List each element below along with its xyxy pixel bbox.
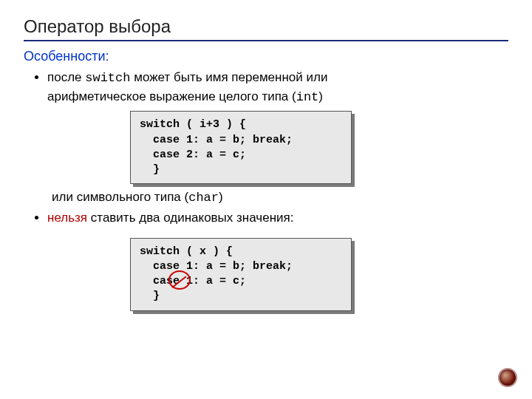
code-content: switch ( i+3 ) { case 1: a = b; break; c… [130, 111, 352, 184]
code-block-2: switch ( x ) { case 1: a = b; break; cas… [130, 238, 352, 311]
subheading: Особенности: [24, 49, 508, 64]
code-content: switch ( x ) { case 1: a = b; break; cas… [130, 238, 352, 311]
title-rule [24, 40, 508, 41]
text: арифметическое выражение целого типа ( [47, 89, 296, 103]
code-block-1: switch ( i+3 ) { case 1: a = b; break; c… [130, 111, 352, 184]
nav-dot-icon[interactable] [499, 369, 516, 386]
inline-code: switch [85, 71, 130, 85]
sub-line: или символьного типа (char) [28, 188, 508, 208]
bullet-item-1: после switch может быть имя переменной и… [47, 69, 508, 106]
text: или символьного типа ( [52, 190, 188, 204]
bullet-item-2: нельзя ставить два одинаковых значения: [47, 209, 508, 228]
bullet-list: после switch может быть имя переменной и… [28, 69, 508, 106]
text: может быть имя переменной или [130, 70, 327, 84]
text: ставить два одинаковых значения: [87, 211, 293, 225]
page-title: Оператор выбора [24, 16, 508, 37]
text-emphasis: нельзя [47, 211, 87, 225]
text: ) [219, 190, 223, 204]
bullet-list-2: нельзя ставить два одинаковых значения: [28, 209, 508, 228]
text: ) [318, 89, 323, 103]
text: после [47, 70, 85, 84]
body-content: после switch может быть имя переменной и… [24, 69, 508, 311]
slide: Оператор выбора Особенности: после switc… [0, 0, 532, 311]
inline-code: int [296, 90, 319, 104]
inline-code: char [188, 191, 219, 205]
